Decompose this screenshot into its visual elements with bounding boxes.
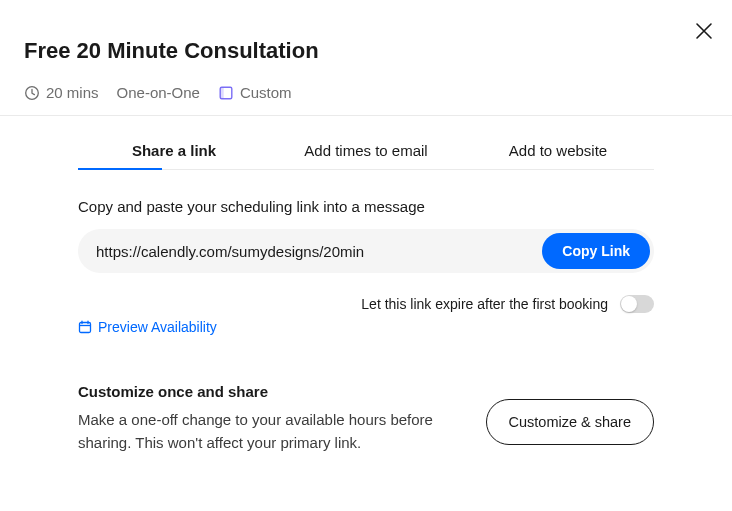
page-title: Free 20 Minute Consultation [24,38,708,64]
svg-rect-2 [220,87,224,99]
expire-toggle[interactable] [620,295,654,313]
duration-text: 20 mins [46,84,99,101]
type-meta: One-on-One [117,84,200,101]
toggle-knob [621,296,637,312]
copy-link-button[interactable]: Copy Link [542,233,650,269]
svg-rect-3 [80,323,91,333]
type-text: One-on-One [117,84,200,101]
custom-meta: Custom [218,84,292,101]
calendar-icon [78,320,92,334]
custom-icon [218,85,234,101]
modal-header: Free 20 Minute Consultation 20 mins One-… [0,0,732,116]
customize-section: Customize once and share Make a one-off … [78,383,654,455]
close-icon [695,22,713,43]
scheduling-link-input[interactable] [96,243,542,260]
customize-text-block: Customize once and share Make a one-off … [78,383,456,455]
tab-add-times-email[interactable]: Add times to email [270,132,462,169]
copy-instruction: Copy and paste your scheduling link into… [78,198,654,215]
customize-description: Make a one-off change to your available … [78,408,456,455]
tab-add-to-website[interactable]: Add to website [462,132,654,169]
scheduling-link-row: Copy Link [78,229,654,273]
preview-availability-link[interactable]: Preview Availability [78,319,217,335]
duration-meta: 20 mins [24,84,99,101]
expire-row: Let this link expire after the first boo… [78,295,654,313]
customize-title: Customize once and share [78,383,456,400]
close-button[interactable] [694,22,714,42]
tab-share-link[interactable]: Share a link [78,132,270,169]
clock-icon [24,85,40,101]
tab-content: Copy and paste your scheduling link into… [0,170,732,455]
customize-share-button[interactable]: Customize & share [486,399,655,445]
tab-bar: Share a link Add times to email Add to w… [78,132,654,170]
event-meta: 20 mins One-on-One Custom [24,84,708,101]
preview-row: Preview Availability [78,319,654,335]
custom-text: Custom [240,84,292,101]
expire-label: Let this link expire after the first boo… [361,296,608,312]
preview-availability-text: Preview Availability [98,319,217,335]
